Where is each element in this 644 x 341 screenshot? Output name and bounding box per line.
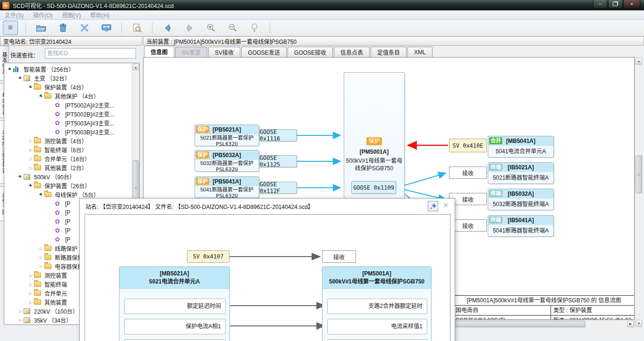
menu-help[interactable]: 帮助(H): [85, 11, 114, 19]
zoom-out-button[interactable]: [225, 21, 240, 35]
device-name: 5032断路器智能终端A: [488, 199, 553, 209]
device-node-ib5041a[interactable]: 终端[IB5041A] 5041断路器智能终端A: [488, 215, 554, 237]
tree-expander-icon[interactable]: ▷: [17, 318, 24, 323]
tree-expander-icon[interactable]: ▶: [38, 191, 45, 199]
menu-operate[interactable]: 操作(O): [28, 11, 57, 19]
goose-link-0x1116[interactable]: GOOSE 0x1116: [259, 129, 297, 141]
tools-button[interactable]: [77, 21, 92, 35]
receive-box[interactable]: 接收: [449, 166, 487, 179]
tree-item[interactable]: ▷其他装置（2台）: [4, 163, 132, 172]
device-node-ib5032a[interactable]: 终端[IB5032A] 5032断路器智能终端A: [488, 189, 554, 210]
popup-device-mb5021a[interactable]: [MB5021A]5021电流合并单元A 额定延迟时间 保护电流A相1: [119, 266, 230, 341]
tree-expander-icon[interactable]: ▶: [38, 92, 45, 100]
device-node-pb5041a[interactable]: 保护[PB5041A] 5041断路器第一套保护PSL632U: [195, 176, 259, 198]
tree-expander-icon[interactable]: ▷: [17, 309, 24, 314]
signal-row[interactable]: [327, 339, 427, 341]
tree-item[interactable]: ✿[PT5002B]#2主变...: [4, 109, 132, 118]
signal-row[interactable]: [124, 339, 226, 341]
scroll-down-arrow[interactable]: ▼: [636, 320, 642, 327]
canvas-hscroll-thumb[interactable]: [451, 321, 585, 327]
tree-expander-icon[interactable]: ▷: [28, 139, 34, 143]
tree-expander-icon[interactable]: ▷: [28, 291, 34, 296]
pin-button[interactable]: [428, 201, 438, 211]
tree-expander-icon[interactable]: ▶: [27, 182, 35, 190]
signal-row[interactable]: 额定延迟时间: [124, 299, 226, 314]
tree-expander-icon[interactable]: ▷: [28, 273, 34, 278]
forward-button[interactable]: [182, 21, 197, 35]
device-node-pb5021a[interactable]: 保护[PB5021A] 5021断路器第一套保护PSL632U: [195, 125, 259, 146]
tree-item[interactable]: ✿[PT5002A]#2主变...: [4, 100, 132, 109]
tree-expander-icon[interactable]: ▷: [28, 300, 34, 305]
tree-expander-icon[interactable]: ▷: [28, 157, 34, 161]
tree-item[interactable]: ▶保护装置（26台）: [4, 181, 132, 190]
volt-icon: [24, 174, 32, 180]
tree-item[interactable]: ✿[PT5003B]#3主变...: [4, 127, 132, 136]
goose-link-0x1125[interactable]: GOOSE 0x1125: [259, 155, 297, 167]
tree-item[interactable]: ▶智能装置 （256台）: [4, 65, 132, 74]
zoom-in-button[interactable]: [203, 21, 219, 35]
signal-row[interactable]: 保护电流A相1: [124, 319, 226, 334]
preview-button[interactable]: [129, 21, 144, 35]
minimize-button[interactable]: −: [593, 0, 607, 8]
tree-list-button[interactable]: ≡: [3, 21, 18, 35]
search-input[interactable]: [45, 48, 136, 58]
popup-close-icon[interactable]: ×: [441, 200, 451, 211]
back-button[interactable]: [160, 21, 175, 35]
canvas-vscroll-thumb[interactable]: ≡: [636, 156, 642, 193]
tree-expander-icon[interactable]: ▷: [38, 246, 44, 251]
tab-XML[interactable]: XML: [407, 47, 432, 57]
tree-item-label: 断路器保护: [55, 253, 83, 261]
close-button[interactable]: ×: [623, 0, 640, 8]
tree-expander-icon[interactable]: ▷: [28, 282, 34, 287]
tree-item[interactable]: ▷合并单元（16台）: [4, 154, 132, 163]
tab-GOOSE发送[interactable]: GOOSE发送: [241, 47, 287, 57]
device-node-pb5032a[interactable]: 保护[PB5032A] 5032断路器第一套保护PSL632U: [195, 150, 259, 172]
device-id: 保护[PB5041A]: [195, 177, 259, 186]
tree-expander-icon[interactable]: ▷: [28, 148, 34, 152]
goose-link-0x112f[interactable]: GOOSE 0x112F: [259, 182, 297, 194]
tab-信息图[interactable]: 信息图: [144, 46, 174, 57]
tree-expander-icon[interactable]: ▶: [7, 66, 14, 73]
tab-SV接收[interactable]: SV接收: [208, 47, 240, 57]
tree-item[interactable]: ▶主变 （32台）: [4, 74, 132, 83]
menu-file[interactable]: 文件(S): [0, 11, 28, 19]
delete-button[interactable]: [55, 21, 70, 35]
device-node-mb5041a[interactable]: 合并[MB5041A] 5041电流合并单元A: [488, 136, 554, 158]
info-flow-popup[interactable]: 站名: 【岱宗变20140424】 文件名: 【SD-500-DAIZONG-V…: [79, 198, 455, 341]
device-node-ib5021a[interactable]: 终端[IB5021A] 5021断路器智能终端A: [488, 162, 554, 184]
tree-item[interactable]: ▶其他保护 （4台）: [4, 91, 132, 100]
sv-link-0x410e[interactable]: SV 0x410E: [449, 139, 487, 152]
goose-link-0x1109[interactable]: GOOSE 0x1109: [351, 181, 396, 194]
tab-SV发送[interactable]: SV发送: [175, 47, 207, 57]
scroll-up-arrow[interactable]: ▲: [133, 64, 139, 70]
scroll-up-arrow[interactable]: ▲: [636, 58, 642, 65]
tree-expander-icon[interactable]: ▶: [27, 83, 35, 91]
canvas-vertical-scrollbar[interactable]: ▲ ≡ ▼: [635, 57, 643, 327]
sv-link-0x4107[interactable]: SV 0x4107: [187, 250, 229, 263]
folder-icon: [44, 255, 53, 260]
tab-信息点表[interactable]: 信息点表: [334, 47, 370, 57]
tree-expander-icon[interactable]: ▶: [17, 75, 25, 82]
signal-row[interactable]: 支路2合并器额定延时: [327, 299, 427, 314]
tree-item[interactable]: ▷智能终端（6台）: [4, 145, 132, 154]
open-folder-icon: [36, 24, 46, 32]
tree-item[interactable]: ✿[PT5003A]#3主变...: [4, 118, 132, 127]
receive-box[interactable]: 接收: [322, 250, 356, 263]
tree-item[interactable]: ▶保护装置（4台）: [4, 83, 132, 91]
menu-view[interactable]: 视图(V): [57, 11, 85, 19]
tree-expander-icon[interactable]: ▶: [17, 173, 25, 181]
restore-button[interactable]: [608, 0, 622, 8]
popup-device-pm5001a[interactable]: [PM5001A]500kV#1母线第一套母线保护SGB750 支路2合并器额定…: [322, 266, 432, 341]
signal-row[interactable]: 电流采样值1: [327, 319, 427, 334]
tree-expander-icon[interactable]: ▷: [38, 255, 44, 260]
tab-定值条目[interactable]: 定值条目: [371, 47, 407, 57]
tree-expander-icon[interactable]: ▷: [28, 166, 34, 170]
zoom-search-button[interactable]: [247, 21, 262, 35]
device-monitor-button[interactable]: [99, 21, 114, 35]
scroll-right-arrow[interactable]: ▶: [627, 321, 634, 327]
tab-GOOSE接收[interactable]: GOOSE接收: [288, 47, 333, 57]
tree-item[interactable]: ▷测控装置（4台）: [4, 136, 132, 145]
open-folder-button[interactable]: [34, 21, 49, 35]
tree-item[interactable]: ▶500kV （90台）: [4, 172, 132, 181]
tree-expander-icon[interactable]: ▷: [38, 264, 44, 269]
